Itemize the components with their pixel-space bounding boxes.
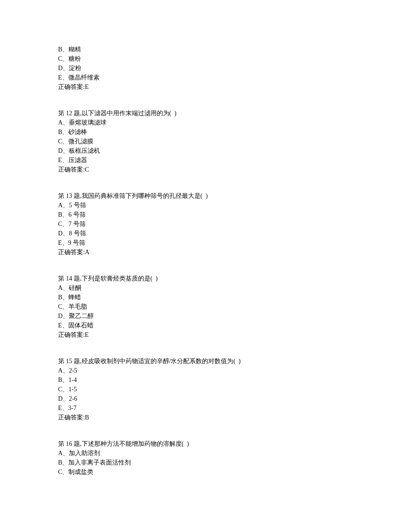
option-text: 2-5 [69,367,77,374]
option-label: C、 [58,138,68,145]
option-label: E、 [58,405,68,411]
option-text: 砂滤棒 [68,129,87,135]
option-line: D、聚乙二醇 [58,311,353,321]
option-label: A、 [58,285,69,291]
option-label: A、 [58,202,69,209]
answer-value: A [85,249,89,256]
question-13: 第 13 题,我国药典标准筛下列哪种筛号的孔径最大是( ) A、5 号筛 B、6… [58,191,353,257]
option-label: B、 [58,211,68,218]
option-label: C、 [58,303,68,310]
option-text: 糖粉 [68,55,81,62]
question-header: 第 15 题,经皮吸收制剂中药物适宜的辛醇/水分配系数的对数值为( ) [58,356,353,366]
option-label: E、 [58,239,68,246]
option-line: E、微晶纤维素 [58,73,353,82]
option-label: B、 [58,377,68,383]
question-stem: 下述那种方法不能增加药物的溶解度( ) [82,440,189,447]
question-16: 第 16 题,下述那种方法不能增加药物的溶解度( ) A、加入助溶剂 B、加入非… [58,439,353,477]
answer-prefix: 正确答案: [58,166,85,173]
option-label: E、 [58,157,68,163]
option-text: 8 号筛 [69,230,86,237]
option-text: 1-4 [68,377,77,383]
option-label: D、 [58,313,69,319]
answer-prefix: 正确答案: [58,249,85,256]
answer-prefix: 正确答案: [58,331,85,338]
option-text: 9 号筛 [68,239,86,246]
option-text: 羊毛脂 [68,303,87,310]
option-line: B、6 号筛 [58,210,353,219]
question-number: 第 13 题, [58,193,82,199]
answer-prefix: 正确答案: [58,84,85,90]
question-stem: 我国药典标准筛下列哪种筛号的孔径最大是( ) [82,193,208,199]
question-14: 第 14 题,下列是软膏烃类基质的是( ) A、硅酮 B、蜂蜡 C、羊毛脂 D、… [58,274,353,339]
option-text: 6 号筛 [68,211,86,218]
option-text: 5 号筛 [69,202,86,209]
option-label: D、 [58,395,69,402]
answer-line: 正确答案:B [58,413,353,422]
answer-line: 正确答案:C [58,165,353,174]
option-text: 蜂蜡 [68,294,81,301]
question-number: 第 15 题, [58,358,82,364]
option-line: C、7 号筛 [58,219,353,229]
option-text: 糊精 [68,46,81,53]
option-text: 制成盐类 [68,469,93,475]
option-text: 加入非离子表面活性剂 [68,459,131,466]
option-line: D、淀粉 [58,63,353,73]
option-text: 1-5 [68,386,77,393]
option-line: D、8 号筛 [58,229,353,238]
question-number: 第 14 题, [58,275,82,282]
option-line: E、固体石蜡 [58,321,353,330]
option-line: B、1-4 [58,375,353,385]
option-label: A、 [58,367,69,374]
answer-line: 正确答案:E [58,330,353,339]
question-header: 第 16 题,下述那种方法不能增加药物的溶解度( ) [58,439,353,448]
option-label: B、 [58,129,68,135]
question-15: 第 15 题,经皮吸收制剂中药物适宜的辛醇/水分配系数的对数值为( ) A、2-… [58,356,353,422]
option-line: A、加入助溶剂 [58,448,353,458]
option-line: E、3-7 [58,403,353,413]
option-text: 微孔滤膜 [68,138,93,145]
option-line: B、蜂蜡 [58,293,353,302]
option-line: A、2-5 [58,366,353,375]
option-text: 淀粉 [69,65,81,71]
option-line: D、板框压滤机 [58,146,353,155]
option-text: 板框压滤机 [69,147,100,154]
option-line: B、糊精 [58,45,353,54]
option-label: E、 [58,322,68,329]
option-line: D、2-6 [58,394,353,403]
option-label: C、 [58,386,68,393]
option-line: C、制成盐类 [58,467,353,477]
answer-value: E [85,331,89,338]
answer-line: 正确答案:A [58,247,353,257]
answer-value: B [85,414,89,421]
option-label: C、 [58,55,68,62]
option-line: E、9 号筛 [58,238,353,247]
option-text: 3-7 [68,405,77,411]
option-label: D、 [58,147,69,154]
option-text: 7 号筛 [68,221,86,227]
option-label: D、 [58,230,69,237]
option-text: 硅酮 [69,285,81,291]
option-text: 压滤器 [68,157,87,163]
answer-prefix: 正确答案: [58,414,85,421]
option-line: C、羊毛脂 [58,302,353,311]
partial-question-top: B、糊精 C、糖粉 D、淀粉 E、微晶纤维素 正确答案:E [58,45,353,92]
option-text: 聚乙二醇 [69,313,94,319]
option-text: 垂熔玻璃滤球 [69,119,106,126]
option-label: C、 [58,469,68,475]
question-number: 第 16 题, [58,440,82,447]
question-header: 第 14 题,下列是软膏烃类基质的是( ) [58,274,353,283]
option-label: E、 [58,74,68,81]
option-line: C、1-5 [58,385,353,394]
option-label: B、 [58,46,68,53]
option-label: B、 [58,294,68,301]
option-text: 微晶纤维素 [68,74,100,81]
option-text: 2-6 [69,395,77,402]
question-stem: 下列是软膏烃类基质的是( ) [82,275,158,282]
question-header: 第 13 题,我国药典标准筛下列哪种筛号的孔径最大是( ) [58,191,353,201]
option-line: E、压滤器 [58,155,353,165]
question-12: 第 12 题,以下滤器中用作末端过滤用的为( ) A、垂熔玻璃滤球 B、砂滤棒 … [58,109,353,174]
option-text: 固体石蜡 [68,322,93,329]
option-label: A、 [58,450,69,457]
question-header: 第 12 题,以下滤器中用作末端过滤用的为( ) [58,109,353,118]
option-label: B、 [58,459,68,466]
